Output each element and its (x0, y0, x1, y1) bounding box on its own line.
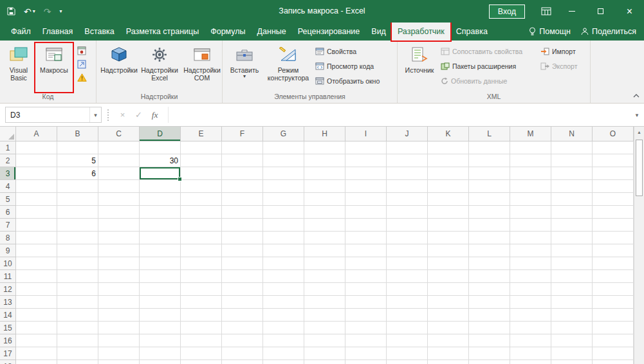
tab-page-layout[interactable]: Разметка страницы (120, 23, 205, 41)
cell-C12[interactable] (98, 283, 140, 296)
cell-J15[interactable] (387, 322, 428, 334)
refresh-data-button[interactable]: Обновить данные (439, 74, 537, 87)
cell-N18[interactable] (551, 360, 593, 364)
cell-K5[interactable] (428, 193, 469, 206)
cell-B17[interactable] (57, 347, 98, 360)
cell-O13[interactable] (593, 296, 634, 309)
cell-D16[interactable] (140, 334, 181, 347)
cell-I13[interactable] (345, 296, 387, 309)
select-all-button[interactable] (0, 127, 16, 141)
cell-G15[interactable] (263, 322, 304, 334)
xml-source-button[interactable]: Источник (401, 43, 437, 92)
cell-B6[interactable] (57, 206, 98, 219)
column-header-H[interactable]: H (304, 127, 345, 141)
cell-G13[interactable] (263, 296, 304, 309)
cell-J7[interactable] (387, 219, 428, 232)
cell-J12[interactable] (387, 283, 428, 296)
column-header-M[interactable]: M (510, 127, 551, 141)
cell-A6[interactable] (16, 206, 57, 219)
cell-K17[interactable] (428, 347, 469, 360)
cell-C3[interactable] (98, 167, 140, 180)
cell-G5[interactable] (263, 193, 304, 206)
cell-C18[interactable] (98, 360, 140, 364)
cell-K1[interactable] (428, 141, 469, 154)
cell-O18[interactable] (593, 360, 634, 364)
map-properties-button[interactable]: Сопоставить свойства (439, 44, 537, 58)
insert-control-button[interactable]: Вставить ▾ (226, 43, 262, 92)
save-button[interactable] (7, 7, 15, 15)
cell-I5[interactable] (345, 193, 387, 206)
ribbon-display-options-button[interactable] (535, 7, 557, 15)
cell-H8[interactable] (304, 232, 345, 244)
cell-L5[interactable] (469, 193, 510, 206)
cell-L4[interactable] (469, 180, 510, 193)
cell-C6[interactable] (98, 206, 140, 219)
cell-A9[interactable] (16, 244, 57, 257)
cell-N14[interactable] (551, 309, 593, 322)
cell-D2[interactable]: 30 (140, 154, 181, 167)
row-header-16[interactable]: 16 (0, 334, 16, 347)
customize-qat-button[interactable]: ▾ (59, 9, 62, 14)
row-header-2[interactable]: 2 (0, 154, 16, 167)
cell-F15[interactable] (222, 322, 263, 334)
cell-G10[interactable] (263, 257, 304, 270)
cell-L11[interactable] (469, 270, 510, 283)
cell-E4[interactable] (181, 180, 222, 193)
cell-I8[interactable] (345, 232, 387, 244)
cell-O17[interactable] (593, 347, 634, 360)
cell-H6[interactable] (304, 206, 345, 219)
cell-N17[interactable] (551, 347, 593, 360)
cell-B1[interactable] (57, 141, 98, 154)
cell-I9[interactable] (345, 244, 387, 257)
cell-K3[interactable] (428, 167, 469, 180)
cell-O9[interactable] (593, 244, 634, 257)
cell-E17[interactable] (181, 347, 222, 360)
undo-dropdown-icon[interactable]: ▾ (33, 9, 35, 14)
cell-L12[interactable] (469, 283, 510, 296)
cell-N9[interactable] (551, 244, 593, 257)
cell-M8[interactable] (510, 232, 551, 244)
cell-L3[interactable] (469, 167, 510, 180)
cell-D15[interactable] (140, 322, 181, 334)
cell-H7[interactable] (304, 219, 345, 232)
cell-K16[interactable] (428, 334, 469, 347)
import-button[interactable]: Импорт (539, 44, 584, 58)
redo-button[interactable]: ↷ (44, 7, 51, 16)
cell-N16[interactable] (551, 334, 593, 347)
cell-E5[interactable] (181, 193, 222, 206)
collapse-ribbon-button[interactable] (633, 89, 639, 100)
column-header-N[interactable]: N (551, 127, 593, 141)
row-header-3[interactable]: 3 (0, 167, 16, 180)
cell-C5[interactable] (98, 193, 140, 206)
cell-K2[interactable] (428, 154, 469, 167)
cell-F7[interactable] (222, 219, 263, 232)
tab-insert[interactable]: Вставка (78, 23, 120, 41)
cell-E11[interactable] (181, 270, 222, 283)
cell-B18[interactable] (57, 360, 98, 364)
cell-A16[interactable] (16, 334, 57, 347)
expansion-packs-button[interactable]: Пакеты расширения (439, 59, 537, 73)
cell-F1[interactable] (222, 141, 263, 154)
insert-function-button[interactable]: fx (147, 110, 163, 120)
cell-D11[interactable] (140, 270, 181, 283)
cell-E16[interactable] (181, 334, 222, 347)
cell-M7[interactable] (510, 219, 551, 232)
cell-F6[interactable] (222, 206, 263, 219)
cell-F12[interactable] (222, 283, 263, 296)
cell-D13[interactable] (140, 296, 181, 309)
row-header-17[interactable]: 17 (0, 347, 16, 360)
cell-E18[interactable] (181, 360, 222, 364)
cell-G1[interactable] (263, 141, 304, 154)
cell-N10[interactable] (551, 257, 593, 270)
cell-N13[interactable] (551, 296, 593, 309)
cell-I10[interactable] (345, 257, 387, 270)
cell-F9[interactable] (222, 244, 263, 257)
cell-O4[interactable] (593, 180, 634, 193)
cell-A8[interactable] (16, 232, 57, 244)
cell-J6[interactable] (387, 206, 428, 219)
cell-J10[interactable] (387, 257, 428, 270)
cell-J16[interactable] (387, 334, 428, 347)
cell-F8[interactable] (222, 232, 263, 244)
cell-A1[interactable] (16, 141, 57, 154)
cell-D17[interactable] (140, 347, 181, 360)
